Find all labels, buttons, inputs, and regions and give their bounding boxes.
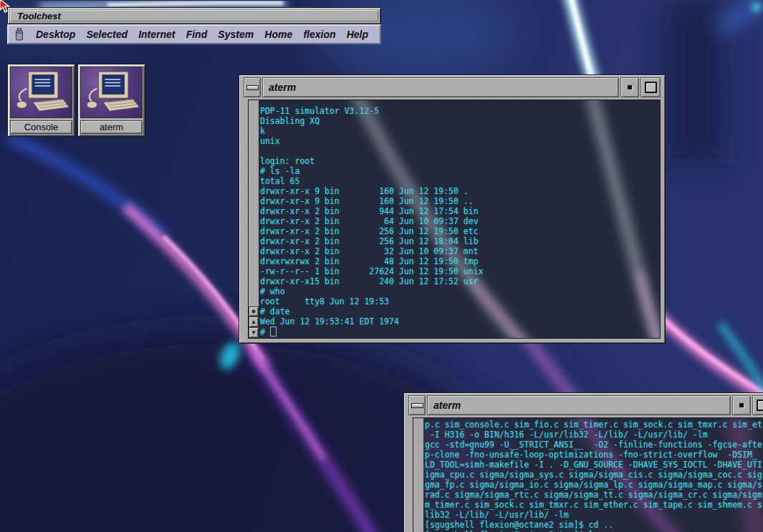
terminal-line: # date (260, 306, 660, 316)
mouse-cursor-icon (0, 0, 14, 14)
terminal-line: m_timer.c sim_sock.c sim_tmxr.c sim_ethe… (425, 500, 763, 510)
terminal-lines: p.c sim_console.c sim_fio.c sim_timer.c … (425, 420, 763, 532)
window-title: aterm (427, 395, 731, 415)
terminal-line: k (260, 126, 660, 136)
terminal-line: -I H316 -o BIN/h316 -L/usr/lib32 -L/lib/… (425, 430, 763, 440)
terminal-line: igma_cpu.c sigma/sigma_sys.c sigma/sigma… (425, 470, 763, 480)
minimize-icon (246, 85, 259, 90)
terminal-line: drwxr-xr-x15 bin 240 Jun 12 17:52 usr (260, 276, 660, 286)
terminal-line: p-clone -fno-unsafe-loop-optimizations -… (425, 450, 763, 460)
terminal-line: Wed Jun 12 19:53:41 EDT 1974 (260, 316, 660, 327)
terminal-line: # who (260, 286, 660, 296)
menu-item-system[interactable]: System (218, 29, 254, 40)
menu-item-help[interactable]: Help (347, 29, 368, 40)
toolchest-jar-icon (14, 28, 24, 41)
terminal-line: drwxr-xr-x 2 bin 256 Jun 12 18:04 lib (260, 236, 660, 246)
terminal-line: LD_TOOL=simh-makefile -I . -D_GNU_SOURCE… (425, 460, 763, 470)
scroll-up-arrow-icon[interactable]: ▲ (249, 316, 259, 327)
toolchest-menubar: Desktop Selected Internet Find System Ho… (7, 24, 381, 44)
terminal-line (260, 146, 660, 156)
terminal-line: -rw-r--r-- 1 bin 27624 Jun 12 19:50 unix (260, 266, 660, 276)
terminal-line: drwxr-xr-x 2 bin 256 Jun 12 19:50 etc (260, 226, 660, 236)
bottom-terminal-window: aterm p.c sim_console.c sim_fio.c sim_ti… (403, 392, 763, 532)
terminal-line: drwxr-xr-x 2 bin 944 Jun 12 17:54 bin (260, 206, 660, 216)
terminal-line: rad.c sigma/sigma_rtc.c sigma/sigma_tt.c… (425, 490, 763, 500)
minimize-icon (411, 403, 423, 408)
toolchest-menu-items: Desktop Selected Internet Find System Ho… (36, 29, 368, 40)
scroll-down-arrow-icon[interactable]: ▼ (249, 327, 259, 338)
main-terminal-titlebar[interactable]: aterm (244, 77, 661, 97)
desktop-icon-aterm[interactable]: aterm (77, 64, 145, 137)
menu-item-find[interactable]: Find (186, 29, 208, 40)
main-terminal-window: aterm ▲ ▼ PDP-11 simulator V3.12-5Disabl… (239, 74, 666, 344)
bottom-terminal-content[interactable]: p.c sim_console.c sim_fio.c sim_timer.c … (413, 417, 763, 532)
terminal-line: Disabling XQ (260, 116, 660, 126)
terminal-line: drwxr-xr-x 2 bin 32 Jun 10 09:37 mnt (260, 246, 660, 256)
desktop-icon-label: aterm (80, 120, 143, 134)
menu-item-home[interactable]: Home (264, 29, 292, 40)
menu-item-desktop[interactable]: Desktop (36, 29, 75, 40)
terminal-line: PDP-11 simulator V3.12-5 (260, 106, 660, 116)
maximize-icon (645, 82, 657, 93)
text-cursor (270, 327, 277, 337)
window-menu-dot-icon (739, 403, 744, 407)
terminal-line: login: root (260, 156, 660, 166)
minimize-button[interactable] (244, 77, 261, 97)
console-computer-icon (10, 67, 72, 118)
main-terminal-content[interactable]: ▲ ▼ PDP-11 simulator V3.12-5Disabling XQ… (248, 100, 661, 339)
window-menu-button[interactable] (620, 77, 639, 97)
scrollbar-thumb[interactable] (249, 306, 259, 316)
terminal-line: gma_fp.c sigma/sigma_io.c sigma/sigma_lp… (425, 480, 763, 490)
prompt-line: # (260, 327, 660, 337)
terminal-line: [sgugshell flexion@octane2 sim]$ cd .. (425, 520, 763, 530)
toolchest-title: Toolchest (17, 11, 61, 21)
desktop-icon-label: Console (10, 120, 72, 134)
menu-item-internet[interactable]: Internet (138, 29, 175, 40)
maximize-button[interactable] (640, 77, 661, 97)
bottom-terminal-titlebar[interactable]: aterm (408, 395, 763, 415)
aterm-computer-icon (80, 67, 143, 118)
terminal-text-area[interactable]: PDP-11 simulator V3.12-5Disabling XQkuni… (259, 100, 660, 338)
terminal-line: drwxrwxrwx 2 bin 48 Jun 12 19:50 tmp (260, 256, 660, 266)
terminal-lines: PDP-11 simulator V3.12-5Disabling XQkuni… (260, 106, 660, 327)
desktop-icon-console[interactable]: Console (7, 64, 75, 137)
window-menu-button[interactable] (732, 395, 751, 415)
scrollbar-track[interactable]: ▲ ▼ (249, 100, 259, 338)
window-menu-dot-icon (628, 85, 632, 90)
terminal-line: root tty8 Jun 12 19:53 (260, 296, 660, 306)
menu-item-flexion[interactable]: flexion (303, 29, 335, 40)
terminal-line: lib32 -L/lib/ -L/usr/lib/ -lm (425, 510, 763, 520)
terminal-line: p.c sim_console.c sim_fio.c sim_timer.c … (425, 420, 763, 430)
terminal-line: drwxr-xr-x 9 bin 160 Jun 12 19:50 .. (260, 196, 660, 206)
menu-item-selected[interactable]: Selected (86, 29, 128, 40)
terminal-line: drwxr-xr-x 2 bin 64 Jun 10 09:37 dev (260, 216, 660, 226)
toolchest-titlebar[interactable]: Toolchest (7, 7, 381, 24)
window-title: aterm (262, 77, 619, 97)
scrollbar-track[interactable] (413, 418, 423, 532)
terminal-line: unix (260, 136, 660, 146)
toolchest-window: Toolchest Desktop Selected Internet Find… (7, 7, 381, 44)
terminal-text-area[interactable]: p.c sim_console.c sim_fio.c sim_timer.c … (423, 418, 763, 532)
terminal-line: total 65 (260, 176, 660, 186)
terminal-line: gcc -std=gnu99 -U__STRICT_ANSI__ -O2 -fi… (425, 440, 763, 450)
maximize-icon (757, 400, 763, 411)
terminal-line: # ls -la (260, 166, 660, 176)
maximize-button[interactable] (752, 395, 763, 415)
terminal-line: drwxr-xr-x 9 bin 160 Jun 12 19:50 . (260, 186, 660, 196)
minimize-button[interactable] (408, 395, 426, 415)
